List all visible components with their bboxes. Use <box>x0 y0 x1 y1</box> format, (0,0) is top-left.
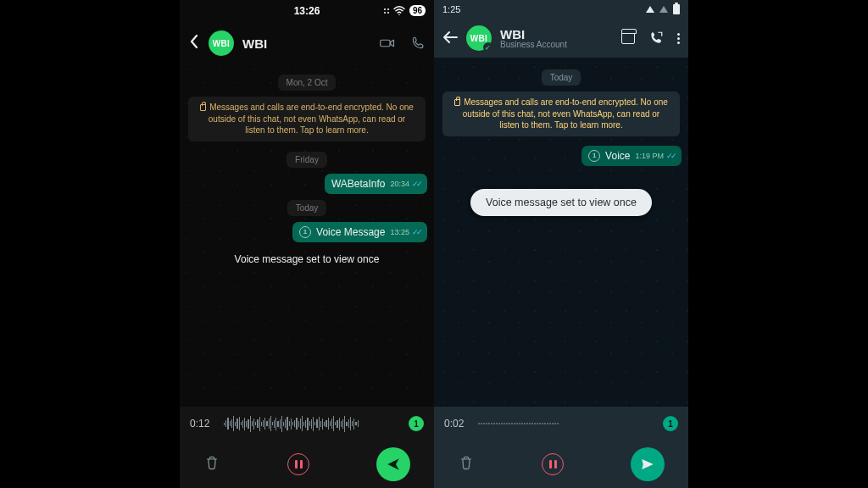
delete-recording-button[interactable] <box>458 454 475 474</box>
header-actions <box>621 30 680 46</box>
view-once-toggle[interactable]: 1 <box>663 416 678 431</box>
message-text: WABetaInfo <box>331 178 386 190</box>
cellular-icon <box>384 8 389 14</box>
recorder-bar: 0:12 1 <box>180 407 434 441</box>
read-ticks-icon: ✓✓ <box>666 152 675 160</box>
send-button[interactable] <box>631 447 665 481</box>
toast: Voice message set to view once <box>470 189 652 216</box>
chat-name: WBI <box>242 36 267 51</box>
message-out-voice[interactable]: 1 Voice 1:19 PM✓✓ <box>581 146 682 166</box>
delete-recording-button[interactable] <box>203 454 220 474</box>
view-once-toggle[interactable]: 1 <box>409 416 424 431</box>
read-ticks-icon: ✓✓ <box>412 228 420 236</box>
status-icons: 96 <box>384 5 426 16</box>
battery-icon: 96 <box>409 5 426 16</box>
message-text: Voice <box>605 150 630 162</box>
chat-area[interactable]: Today Messages and calls are end-to-end … <box>434 58 688 407</box>
view-once-icon: 1 <box>588 150 600 162</box>
header-actions <box>380 36 426 51</box>
date-separator: Today <box>542 69 581 86</box>
recorder-controls <box>434 441 688 488</box>
message-time: 13:25 <box>390 228 409 236</box>
phone-right-android: 1:25 WBI WBI Business Account <box>434 0 688 488</box>
status-bar: 13:26 96 <box>180 0 434 24</box>
encryption-notice[interactable]: Messages and calls are end-to-end encryp… <box>442 92 680 136</box>
waveform[interactable] <box>224 414 400 433</box>
more-options-icon[interactable] <box>677 33 680 44</box>
toast: Voice message set to view once <box>235 253 380 265</box>
pause-recording-button[interactable] <box>287 453 309 475</box>
chat-subtitle: Business Account <box>500 40 567 49</box>
phone-left-ios: 13:26 96 WBI WBI Mon, 2 Oct Messages <box>180 0 434 488</box>
recorder-bar: 0:02 1 <box>434 407 688 441</box>
status-time: 1:25 <box>442 4 460 14</box>
message-text: Voice Message <box>316 226 385 238</box>
message-time: 1:19 PM <box>635 152 664 160</box>
pause-recording-button[interactable] <box>542 453 564 475</box>
back-button[interactable] <box>188 34 200 53</box>
date-separator: Mon, 2 Oct <box>278 75 337 91</box>
voice-call-icon[interactable] <box>648 30 664 46</box>
chat-title[interactable]: WBI Business Account <box>500 27 567 49</box>
status-bar: 1:25 <box>434 0 688 19</box>
message-out[interactable]: WABetaInfo 20:34✓✓ <box>325 174 427 194</box>
recorder-controls <box>180 441 434 488</box>
date-separator: Today <box>287 200 327 216</box>
chat-title[interactable]: WBI <box>242 36 267 51</box>
waveform[interactable] <box>478 414 654 433</box>
date-separator: Friday <box>287 152 327 168</box>
status-icons <box>646 4 680 14</box>
view-once-icon: 1 <box>299 226 311 238</box>
lock-icon <box>454 99 460 106</box>
signal-icon <box>659 6 668 13</box>
message-time: 20:34 <box>390 180 409 188</box>
chat-area[interactable]: Mon, 2 Oct Messages and calls are end-to… <box>180 63 434 407</box>
message-out-voice[interactable]: 1 Voice Message 13:25✓✓ <box>292 222 427 242</box>
video-call-icon[interactable] <box>380 36 395 51</box>
chat-header: WBI WBI <box>180 24 434 63</box>
chat-header: WBI WBI Business Account <box>434 19 688 58</box>
recorder-time: 0:12 <box>190 418 215 430</box>
signal-icon <box>646 6 654 13</box>
status-time: 13:26 <box>294 5 320 17</box>
avatar[interactable]: WBI <box>209 30 234 56</box>
recorder-time: 0:02 <box>444 418 470 430</box>
battery-icon <box>673 4 680 14</box>
wifi-icon <box>393 6 405 15</box>
lock-icon <box>200 104 206 111</box>
encryption-notice[interactable]: Messages and calls are end-to-end encryp… <box>188 97 426 141</box>
send-button[interactable] <box>376 447 410 481</box>
read-ticks-icon: ✓✓ <box>412 180 420 188</box>
shop-icon[interactable] <box>621 32 635 44</box>
back-button[interactable] <box>442 29 458 48</box>
avatar[interactable]: WBI <box>466 25 492 51</box>
voice-call-icon[interactable] <box>410 36 426 51</box>
